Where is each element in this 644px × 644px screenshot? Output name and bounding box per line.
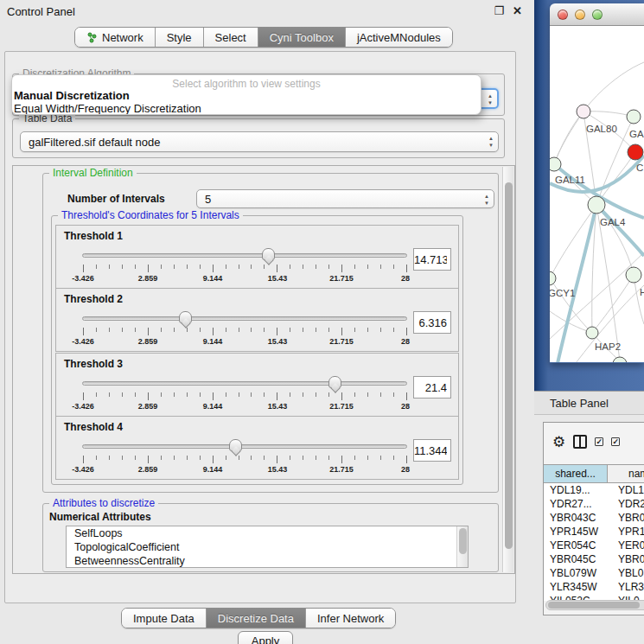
option-equal-width-frequency[interactable]: Equal Width/Frequency Discretization [12,102,481,115]
cell-name[interactable]: YLR3 [608,580,644,594]
cell-name[interactable]: YPR1 [608,525,644,539]
apply-button[interactable]: Apply [238,631,293,644]
network-node[interactable] [588,196,605,214]
cell-name[interactable]: YDR2 [608,497,644,511]
network-edge[interactable] [554,112,583,164]
table-data-combo[interactable]: galFiltered.sif default node ▲▼ [20,131,499,152]
cell-shared-name[interactable]: YBR043C [544,511,608,525]
slider-thumb[interactable] [328,376,341,388]
slider-major-ticks [83,392,407,400]
tab-style[interactable]: Style [156,28,204,47]
combo-stepper-icon[interactable]: ▲▼ [484,193,489,207]
threshold-1-slider[interactable]: -3.4262.8599.14415.4321.71528 [82,250,407,286]
checkbox-icon[interactable]: ✓ [595,437,603,446]
threshold-1-value-field[interactable] [413,248,451,271]
slider-thumb[interactable] [229,439,242,451]
tab-cyni-toolbox-label: Cyni Toolbox [270,31,334,44]
number-of-intervals-value: 5 [205,193,211,206]
slider-track[interactable] [82,253,407,258]
panel-title: Control Panel [7,5,75,18]
table-row[interactable]: YDL19...YDL1 [544,483,644,497]
network-node-label: GAL80 [586,124,617,134]
table-row[interactable]: YBR043CYBR0 [544,511,644,525]
close-icon[interactable]: ✕ [513,4,522,17]
slider-track[interactable] [82,444,407,449]
split-columns-icon[interactable] [573,435,587,449]
threshold-4-value-field[interactable] [413,439,451,462]
tab-network[interactable]: Network [75,28,156,47]
cell-shared-name[interactable]: YBL079W [544,566,608,580]
column-header-name[interactable]: name [608,465,644,482]
table-row[interactable]: YBR045CYBR0 [544,552,644,566]
network-node[interactable] [550,157,561,171]
tab-select[interactable]: Select [204,28,258,47]
cell-shared-name[interactable]: YDL19... [544,483,608,497]
attribute-list-item[interactable]: TopologicalCoefficient [67,540,468,554]
slider-major-ticks [83,456,407,463]
tab-infer-network[interactable]: Infer Network [306,609,395,628]
combo-stepper-icon[interactable]: ▲▼ [488,92,493,106]
cell-shared-name[interactable]: YBR045C [544,552,608,566]
float-window-icon[interactable]: ❐ [494,4,504,17]
network-edge[interactable] [596,205,620,361]
table-row[interactable]: YBL079WYBL0 [544,566,644,580]
cell-shared-name[interactable]: YLR345W [544,580,608,594]
cell-name[interactable]: YDL1 [608,483,644,497]
zoom-traffic-light[interactable] [592,10,603,20]
number-of-intervals-label: Number of Intervals [67,193,165,205]
tab-cyni-toolbox[interactable]: Cyni Toolbox [258,28,346,47]
tab-jactivemnodules[interactable]: jActiveMNodules [346,28,452,47]
combo-stepper-icon[interactable]: ▲▼ [488,135,494,149]
cell-name[interactable]: YBR0 [608,511,644,525]
table-panel-title: Table Panel [534,397,609,410]
minimize-traffic-light[interactable] [575,10,585,20]
threshold-2-value-field[interactable] [413,311,451,334]
table-row[interactable]: YDR27...YDR2 [544,497,644,511]
network-canvas[interactable]: GAL80GAGAL11CGAL4GCY1HHAP2 [550,26,644,362]
table-row[interactable]: YER054CYER0 [544,539,644,552]
option-manual-discretization[interactable]: Manual Discretization [12,89,481,102]
network-node[interactable] [627,110,641,124]
threshold-4-slider[interactable]: -3.4262.8599.14415.4321.71528 [82,441,407,477]
settings-scroll-area: Interval Definition Number of Intervals … [12,165,515,574]
network-edge[interactable] [592,275,634,333]
tab-impute-data[interactable]: Impute Data [122,609,207,628]
slider-thumb[interactable] [179,311,192,323]
slider-track[interactable] [82,316,407,321]
network-node[interactable] [577,105,590,118]
network-window-titlebar[interactable] [550,3,644,26]
cell-shared-name[interactable]: YPR145W [544,525,608,539]
attributes-list-scrollbar[interactable] [456,526,468,567]
tab-discretize-data[interactable]: Discretize Data [207,609,306,628]
slider-track[interactable] [82,381,407,386]
cell-name[interactable]: YBL0 [608,566,644,580]
threshold-3-value-field[interactable] [413,376,451,399]
network-node[interactable] [613,357,627,362]
table-row[interactable]: YPR145WYPR1 [544,525,644,539]
number-of-intervals-combo[interactable]: 5 ▲▼ [196,189,494,208]
table-scrollbar-thumb[interactable] [548,602,640,609]
network-node[interactable] [586,327,598,339]
threshold-3-slider[interactable]: -3.4262.8599.14415.4321.71528 [82,378,407,414]
close-traffic-light[interactable] [558,10,568,20]
settings-scrollbar-thumb[interactable] [505,182,513,549]
attribute-list-item[interactable]: BetweennessCentrality [67,554,468,568]
settings-scrollbar[interactable] [502,167,513,572]
network-node-label: H [640,287,644,297]
table-data-value: galFiltered.sif default node [29,136,160,149]
slider-thumb[interactable] [262,248,275,260]
column-header-shared-name[interactable]: shared... [544,465,608,482]
table-row[interactable]: YLR345WYLR3 [544,580,644,594]
cell-name[interactable]: YBR0 [608,552,644,566]
cell-name[interactable]: YER0 [608,539,644,552]
cell-shared-name[interactable]: YDR27... [544,497,608,511]
network-node[interactable] [626,267,641,283]
gear-icon[interactable]: ⚙ [552,435,565,450]
network-node[interactable] [550,271,556,285]
attribute-list-item[interactable]: SelfLoops [67,526,468,540]
network-node[interactable] [628,144,643,160]
checkbox-icon[interactable]: ✓ [611,437,620,446]
table-horizontal-scrollbar[interactable] [545,600,644,610]
cell-shared-name[interactable]: YER054C [544,539,608,552]
threshold-2-slider[interactable]: -3.4262.8599.14415.4321.71528 [82,313,407,349]
